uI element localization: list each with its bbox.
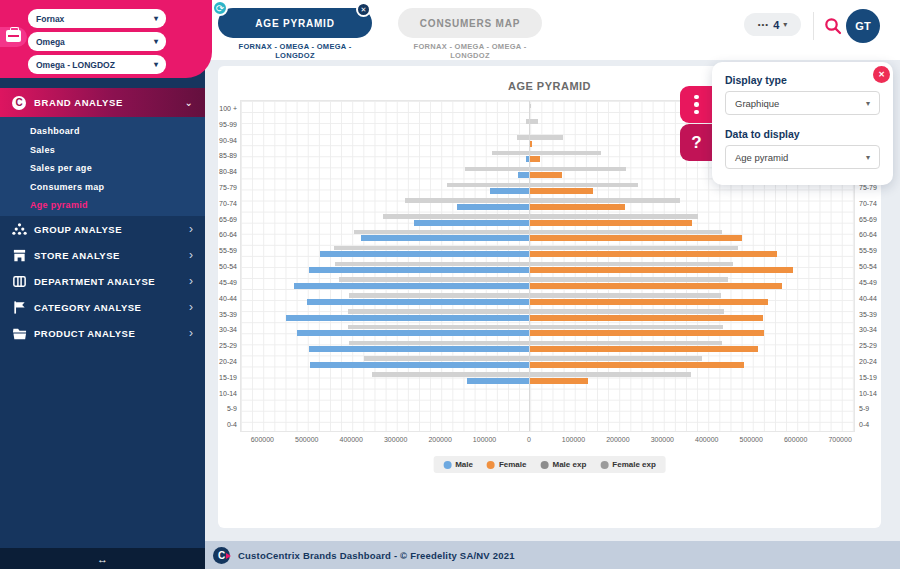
y-axis-label-left: 100 + [219, 101, 237, 117]
y-axis-label-left: 50-54 [219, 259, 237, 275]
bar-female [530, 172, 562, 178]
sidebar-item-department-analyse[interactable]: DEPARTMENT ANALYSE › [0, 268, 205, 294]
group-label: STORE ANALYSE [34, 250, 120, 261]
y-axis-label-left: 40-44 [219, 291, 237, 307]
x-axis-tick-label: 700000 [828, 436, 851, 443]
search-button[interactable] [824, 17, 842, 35]
sidebar-filter-header: Fornax ▾ Omega ▾ Omega - LONGDOZ ▾ [0, 0, 212, 78]
bar-female-exp [530, 325, 723, 330]
ellipsis-icon: ••• [758, 20, 769, 29]
legend-item[interactable]: Male exp [541, 460, 587, 469]
sidebar-item-product-analyse[interactable]: PRODUCT ANALYSE › [0, 320, 205, 346]
y-axis-label-right: 55-59 [859, 243, 877, 259]
sidebar-item-consumers-map[interactable]: Consumers map [0, 178, 205, 197]
sidebar-item-store-analyse[interactable]: STORE ANALYSE › [0, 242, 205, 268]
x-axis-tick-label: 500000 [295, 436, 318, 443]
group-icon [12, 222, 27, 237]
refresh-tab-button[interactable]: ⟳ [212, 0, 228, 16]
caret-down-icon: ▾ [866, 153, 870, 162]
y-axis-label-right: 45-49 [859, 275, 877, 291]
y-axis-label-right: 15-19 [859, 370, 877, 386]
bar-female-exp [530, 293, 721, 298]
sidebar-section-brand-analyse[interactable]: C BRAND ANALYSE ⌄ [0, 88, 205, 117]
bar-male-exp [465, 167, 529, 172]
filter-value: Omega - LONGDOZ [36, 60, 115, 70]
bar-male [286, 315, 529, 321]
sidebar-item-sales[interactable]: Sales [0, 141, 205, 160]
legend-label: Female exp [612, 460, 656, 469]
legend-item[interactable]: Male [443, 460, 473, 469]
custocentrix-logo-icon: C [213, 547, 230, 564]
y-axis-label-left: 95-99 [219, 117, 237, 133]
bar-male-exp [339, 277, 529, 282]
bar-male-exp [334, 246, 529, 251]
legend-label: Male [455, 460, 473, 469]
sidebar-collapse-handle[interactable]: ↔ [0, 548, 205, 569]
bar-male-exp [354, 230, 529, 235]
pos-tab[interactable] [0, 27, 27, 47]
y-axis-label-left: 5-9 [227, 401, 237, 417]
bar-male [414, 220, 529, 226]
y-axis-label-right: 40-44 [859, 291, 877, 307]
sidebar-item-sales-per-age[interactable]: Sales per age [0, 159, 205, 178]
bar-male [309, 267, 529, 273]
tab-age-pyramid[interactable]: AGE PYRAMID [218, 8, 372, 38]
display-type-label: Display type [725, 74, 787, 86]
y-axis-label-right: 65-69 [859, 212, 877, 228]
caret-down-icon: ▾ [783, 20, 787, 29]
bar-female-exp [530, 230, 722, 235]
help-button[interactable]: ? [680, 124, 713, 161]
chart-menu-button[interactable] [680, 86, 713, 123]
more-tabs-dropdown[interactable]: ••• 4 ▾ [744, 13, 801, 36]
close-tab-button[interactable]: ✕ [356, 2, 371, 17]
tab-subtitle: FORNAX - OMEGA - OMEGA - LONGDOZ [218, 42, 372, 60]
filter-select-brand-group[interactable]: Fornax ▾ [28, 9, 166, 28]
bar-female-exp [530, 356, 702, 361]
legend-dot-icon [600, 461, 608, 469]
bar-male [361, 235, 529, 241]
bar-female [530, 188, 593, 194]
bar-male-exp [349, 293, 529, 298]
x-axis-tick-label: 300000 [384, 436, 407, 443]
bar-male-exp [526, 119, 529, 124]
caret-down-icon: ▾ [154, 37, 158, 46]
filter-select-subbrand[interactable]: Omega - LONGDOZ ▾ [28, 55, 166, 74]
caret-down-icon: ▾ [154, 60, 158, 69]
user-avatar[interactable]: GT [846, 9, 880, 43]
legend-item[interactable]: Female [487, 460, 527, 469]
sidebar-item-dashboard[interactable]: Dashboard [0, 122, 205, 141]
bar-male-exp [383, 214, 529, 219]
bar-male [297, 330, 529, 336]
sidebar-item-category-analyse[interactable]: CATEGORY ANALYSE › [0, 294, 205, 320]
bar-female-exp [530, 246, 738, 251]
bar-female [530, 156, 540, 162]
chevron-right-icon: › [189, 223, 193, 235]
data-to-display-select[interactable]: Age pyramid ▾ [725, 145, 880, 169]
sidebar-item-group-analyse[interactable]: GROUP ANALYSE › [0, 216, 205, 242]
select-value: Graphique [735, 98, 779, 109]
legend-item[interactable]: Female exp [600, 460, 656, 469]
kebab-menu-icon [694, 95, 699, 115]
sidebar-item-age-pyramid[interactable]: Age pyramid [0, 196, 205, 215]
y-axis-label-left: 30-34 [219, 322, 237, 338]
filter-select-brand[interactable]: Omega ▾ [28, 32, 166, 51]
x-axis-tick-label: 100000 [562, 436, 585, 443]
x-axis-tick-label: 300000 [651, 436, 674, 443]
x-axis-tick-label: 100000 [473, 436, 496, 443]
y-axis-label-left: 70-74 [219, 196, 237, 212]
bar-female-exp [530, 214, 698, 219]
tab-consumers-map[interactable]: CONSUMERS MAP [398, 8, 542, 38]
cash-register-icon [6, 30, 21, 42]
y-axis-label-right: 5-9 [859, 401, 869, 417]
panel-close-button[interactable]: ✕ [873, 66, 890, 83]
display-type-select[interactable]: Graphique ▾ [725, 91, 880, 115]
y-axis-label-left: 55-59 [219, 243, 237, 259]
y-axis-label-left: 35-39 [219, 307, 237, 323]
bar-male [310, 362, 529, 368]
tab-label: AGE PYRAMID [255, 18, 334, 29]
bar-female-exp [530, 372, 691, 377]
bar-female [530, 299, 768, 305]
bar-male-exp [349, 341, 529, 346]
store-icon [12, 248, 27, 263]
filter-value: Fornax [36, 14, 64, 24]
